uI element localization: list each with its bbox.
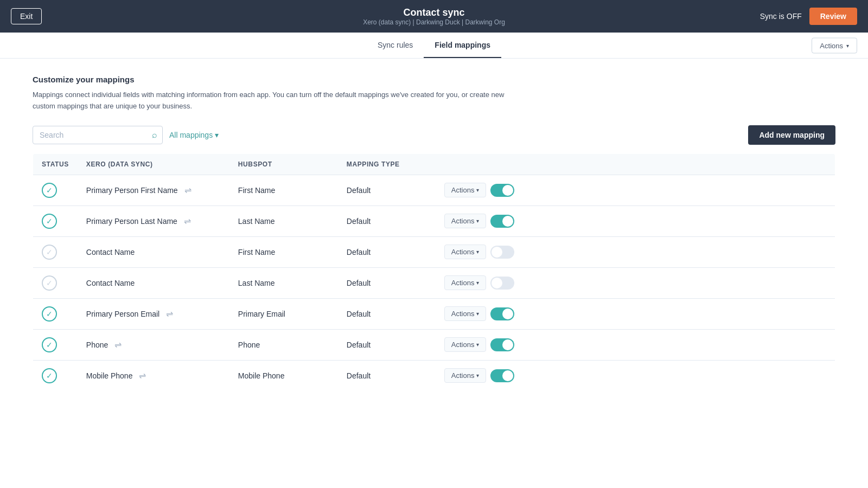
mapping-type-cell: Default — [338, 329, 436, 360]
row-actions-button[interactable]: Actions▾ — [444, 183, 487, 197]
toggle-check-icon: ✓ — [506, 187, 512, 194]
xero-field-name: Primary Person Last Name — [86, 217, 177, 226]
header-center: Contact sync Xero (data sync) | Darkwing… — [363, 7, 505, 26]
add-new-mapping-button[interactable]: Add new mapping — [748, 125, 835, 145]
section-description: Mappings connect individual fields with … — [33, 89, 521, 112]
status-cell: ✓ — [33, 206, 78, 236]
row-toggle[interactable]: ✓ — [490, 277, 514, 290]
row-actions-label: Actions — [451, 371, 475, 380]
table-row: ✓Contact NameFirst NameDefaultActions▾✓ — [33, 236, 835, 267]
row-actions-chevron-icon: ▾ — [476, 249, 479, 255]
row-actions-chevron-icon: ▾ — [476, 218, 479, 224]
row-toggle[interactable]: ✓ — [490, 338, 514, 351]
content-area: Customize your mappings Mappings connect… — [0, 59, 868, 408]
status-cell: ✓ — [33, 236, 78, 267]
row-controls-cell: Actions▾✓ — [436, 206, 835, 236]
tab-field-mappings[interactable]: Field mappings — [424, 33, 501, 58]
table-header: STATUS XERO (DATA SYNC) HUBSPOT MAPPING … — [33, 153, 835, 175]
toolbar: ⌕ All mappings ▾ Add new mapping — [33, 125, 835, 145]
mapping-type-cell: Default — [338, 360, 436, 391]
status-icon: ✓ — [42, 337, 57, 352]
xero-cell: Primary Person Email ⇌ — [78, 298, 229, 329]
status-icon: ✓ — [42, 183, 57, 198]
mapping-type-cell: Default — [338, 236, 436, 267]
row-actions-button[interactable]: Actions▾ — [444, 245, 487, 259]
row-actions-chevron-icon: ▾ — [476, 342, 479, 348]
row-controls-cell: Actions▾✓ — [436, 298, 835, 329]
row-actions-button[interactable]: Actions▾ — [444, 306, 487, 321]
filter-label: All mappings — [169, 131, 213, 139]
page-title: Contact sync — [363, 7, 505, 18]
table-row: ✓Phone ⇌PhoneDefaultActions▾✓ — [33, 329, 835, 360]
xero-field-name: Contact Name — [86, 248, 135, 256]
review-button[interactable]: Review — [809, 8, 857, 25]
row-actions-label: Actions — [451, 186, 475, 194]
header: Exit Contact sync Xero (data sync) | Dar… — [0, 0, 868, 33]
hubspot-cell: Phone — [229, 329, 338, 360]
row-toggle[interactable]: ✓ — [490, 184, 514, 197]
row-actions-button[interactable]: Actions▾ — [444, 337, 487, 352]
hubspot-cell: First Name — [229, 236, 338, 267]
row-actions-button[interactable]: Actions▾ — [444, 368, 487, 383]
xero-cell: Primary Person Last Name ⇌ — [78, 206, 229, 236]
row-actions-chevron-icon: ▾ — [476, 280, 479, 286]
hubspot-cell: First Name — [229, 175, 338, 206]
row-controls-cell: Actions▾✓ — [436, 329, 835, 360]
status-icon: ✓ — [42, 306, 57, 322]
col-status: STATUS — [33, 153, 78, 175]
row-toggle[interactable]: ✓ — [490, 307, 514, 320]
sync-arrows-icon: ⇌ — [166, 309, 173, 319]
toggle-check-icon: ✓ — [506, 372, 512, 380]
search-input[interactable] — [33, 126, 163, 144]
nav-actions-area: Actions ▾ — [812, 37, 857, 53]
filter-dropdown-button[interactable]: All mappings ▾ — [169, 131, 219, 139]
table-row: ✓Primary Person First Name ⇌First NameDe… — [33, 175, 835, 206]
row-actions-button[interactable]: Actions▾ — [444, 275, 487, 290]
row-actions-label: Actions — [451, 310, 475, 318]
sync-arrows-icon: ⇌ — [114, 339, 122, 350]
mapping-type-cell: Default — [338, 206, 436, 236]
row-toggle[interactable]: ✓ — [490, 369, 514, 382]
row-toggle[interactable]: ✓ — [490, 215, 514, 228]
hubspot-cell: Last Name — [229, 267, 338, 298]
exit-button[interactable]: Exit — [11, 8, 42, 24]
hubspot-cell: Primary Email — [229, 298, 338, 329]
nav-actions-button[interactable]: Actions ▾ — [812, 37, 857, 53]
search-wrapper: ⌕ — [33, 126, 163, 144]
status-icon: ✓ — [42, 368, 57, 383]
table-row: ✓Primary Person Last Name ⇌Last NameDefa… — [33, 206, 835, 236]
toggle-check-icon: ✓ — [506, 248, 512, 256]
sync-status: Sync is OFF — [760, 12, 802, 21]
row-actions-label: Actions — [451, 248, 475, 256]
sync-arrows-icon: ⇌ — [184, 216, 191, 226]
chevron-down-icon: ▾ — [846, 42, 849, 48]
status-icon: ✓ — [42, 214, 57, 229]
row-actions-button[interactable]: Actions▾ — [444, 214, 487, 228]
hubspot-cell: Last Name — [229, 206, 338, 236]
status-cell: ✓ — [33, 298, 78, 329]
table-row: ✓Mobile Phone ⇌Mobile PhoneDefaultAction… — [33, 360, 835, 391]
toggle-check-icon: ✓ — [506, 279, 512, 287]
toggle-check-icon: ✓ — [506, 310, 512, 318]
row-actions-chevron-icon: ▾ — [476, 311, 479, 317]
row-actions-label: Actions — [451, 217, 475, 225]
xero-field-name: Phone — [86, 341, 108, 349]
tab-sync-rules[interactable]: Sync rules — [367, 33, 424, 58]
toggle-knob — [492, 278, 502, 288]
mappings-table: STATUS XERO (DATA SYNC) HUBSPOT MAPPING … — [33, 153, 835, 391]
toggle-check-icon: ✓ — [506, 341, 512, 349]
row-toggle[interactable]: ✓ — [490, 246, 514, 259]
col-actions — [436, 153, 835, 175]
table-body: ✓Primary Person First Name ⇌First NameDe… — [33, 175, 835, 391]
row-controls-cell: Actions▾✓ — [436, 175, 835, 206]
status-cell: ✓ — [33, 175, 78, 206]
table-row: ✓Contact NameLast NameDefaultActions▾✓ — [33, 267, 835, 298]
row-controls-cell: Actions▾✓ — [436, 360, 835, 391]
xero-field-name: Mobile Phone — [86, 371, 133, 380]
col-hubspot: HUBSPOT — [229, 153, 338, 175]
col-xero: XERO (DATA SYNC) — [78, 153, 229, 175]
status-cell: ✓ — [33, 360, 78, 391]
mapping-type-cell: Default — [338, 267, 436, 298]
status-cell: ✓ — [33, 267, 78, 298]
table-row: ✓Primary Person Email ⇌Primary EmailDefa… — [33, 298, 835, 329]
